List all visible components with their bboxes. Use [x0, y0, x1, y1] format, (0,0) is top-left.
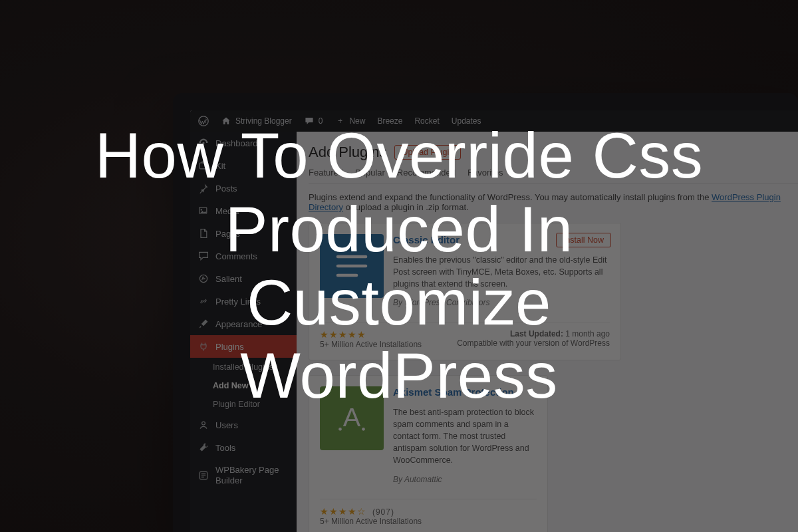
svg-point-13 [338, 428, 342, 431]
sidebar-item-comments[interactable]: Comments [190, 245, 297, 267]
sidebar-item-label: Plugins [215, 342, 244, 352]
media-icon [198, 205, 209, 216]
sidebar-item-label: WPBakery Page Builder [215, 465, 289, 485]
pin-icon [198, 183, 209, 194]
plugin-author: By Automattic [393, 475, 537, 484]
topbar-item-rocket[interactable]: Rocket [414, 116, 439, 126]
plugin-description: Enables the previous "classic" editor an… [393, 254, 610, 290]
site-name-link[interactable]: Striving Blogger [221, 116, 292, 126]
plus-icon: + [334, 116, 345, 126]
svg-text:A: A [343, 402, 361, 432]
sidebar-item-label: Pages [215, 229, 240, 239]
topbar-item-breeze[interactable]: Breeze [377, 116, 402, 126]
sidebar-item-label: Users [215, 420, 238, 430]
sidebar-item-media[interactable]: Media [190, 200, 297, 222]
svg-point-14 [362, 428, 365, 431]
plug-icon [198, 341, 209, 352]
sidebar-item-posts[interactable]: Posts [190, 177, 297, 200]
wpbakery-icon [198, 470, 209, 481]
sidebar-item-label: Comments [215, 251, 257, 261]
new-label: New [349, 116, 365, 126]
comment-icon [198, 251, 209, 261]
tab-featured[interactable]: Featured [309, 168, 343, 178]
intro-text: Plugins extend and expand the functional… [309, 192, 798, 212]
comment-icon [304, 116, 315, 126]
plugin-rating: ★★★★★ [320, 329, 422, 340]
link-icon [198, 296, 209, 307]
page-content: Add Plugins Upload Plugin Featured Popul… [297, 132, 798, 532]
sidebar-item-label: Appearance [215, 319, 262, 329]
tab-popular[interactable]: Popular [355, 168, 385, 178]
sidebar-item-label: Dashboard [215, 138, 258, 148]
upload-plugin-button[interactable]: Upload Plugin [394, 145, 461, 160]
site-name-label: Striving Blogger [235, 116, 292, 126]
sidebar-item-label: Media [215, 206, 239, 216]
sidebar-item-prettylinks[interactable]: Pretty Links [190, 290, 297, 313]
sidebar-item-label: Posts [215, 184, 237, 194]
sidebar-item-users[interactable]: Users [190, 414, 297, 436]
tab-recommended[interactable]: Recommended [397, 168, 456, 178]
sidebar-subitem-editor[interactable]: Plugin Editor [190, 395, 297, 414]
sidebar-item-plugins[interactable]: Plugins [190, 335, 297, 358]
topbar-item-updates[interactable]: Updates [452, 116, 481, 126]
sidebar-subitem-installed[interactable]: Installed Plugins [190, 358, 297, 376]
plugin-cards: Install Now Classic Editor Enables the p… [309, 223, 798, 532]
plugin-compat: Compatible with your version of WordPres… [457, 338, 610, 348]
tab-favorites[interactable]: Favorites [467, 168, 503, 178]
sidebar-item-label: Salient [215, 274, 242, 284]
sidebar-item-tools[interactable]: Tools [190, 436, 297, 459]
plugin-logo-akismet: A [320, 386, 384, 450]
plugin-card-akismet: A Akismet Spam Protection The best anti-… [309, 375, 548, 532]
plugin-installs: 5+ Million Active Installations [320, 340, 422, 349]
sidebar-item-dashboard[interactable]: Dashboard [190, 132, 297, 154]
sidebar-item-label: Pretty Links [215, 297, 261, 307]
sidebar-item-salient[interactable]: Salient [190, 267, 297, 290]
monitor-bezel: Striving Blogger 0 + New Breeze Rocket U… [173, 93, 798, 532]
sidebar-item-pages[interactable]: Pages [190, 222, 297, 245]
sidebar-item-wpbakery[interactable]: WPBakery Page Builder [190, 459, 297, 491]
plugin-filter-tabs: Featured Popular Recommended Favorites [309, 168, 798, 184]
admin-topbar: Striving Blogger 0 + New Breeze Rocket U… [190, 110, 798, 132]
sidebar-item-kit[interactable]: Kit [190, 154, 297, 177]
wp-logo-menu[interactable] [198, 116, 209, 126]
plugin-installs: 5+ Million Active Installations [320, 517, 422, 526]
sidebar-item-appearance[interactable]: Appearance [190, 313, 297, 335]
sidebar-item-label: Kit [215, 161, 225, 171]
comments-count: 0 [319, 116, 323, 126]
plugin-author: By WordPress Contributors [393, 298, 610, 307]
svg-rect-1 [200, 163, 207, 169]
plugin-card-classic-editor: Install Now Classic Editor Enables the p… [309, 223, 621, 360]
page-heading: Add Plugins Upload Plugin [309, 144, 798, 161]
wordpress-admin-screen: Striving Blogger 0 + New Breeze Rocket U… [190, 110, 798, 532]
new-content-link[interactable]: + New [334, 116, 365, 126]
svg-point-3 [201, 209, 202, 210]
plugin-title[interactable]: Akismet Spam Protection [393, 386, 537, 398]
dashboard-icon [198, 138, 209, 148]
page-icon [198, 228, 209, 239]
sidebar-item-label: Tools [215, 443, 235, 453]
svg-point-5 [202, 422, 205, 425]
plugin-rating: ★★★★☆ (907) [320, 506, 422, 517]
tools-icon [198, 442, 209, 453]
sidebar-subitem-addnew[interactable]: Add New [190, 376, 297, 395]
admin-sidebar: Dashboard Kit Posts Media Pages [190, 132, 297, 532]
comments-link[interactable]: 0 [304, 116, 323, 126]
plugin-description: The best anti-spam protection to block s… [393, 406, 537, 467]
wordpress-icon [198, 116, 209, 126]
install-now-button[interactable]: Install Now [556, 233, 611, 247]
user-icon [198, 420, 209, 430]
plugin-logo-classic [320, 234, 384, 298]
kit-icon [198, 160, 209, 171]
page-title: Add Plugins [309, 144, 386, 161]
brush-icon [198, 319, 209, 329]
home-icon [221, 116, 231, 126]
salient-icon [198, 273, 209, 284]
